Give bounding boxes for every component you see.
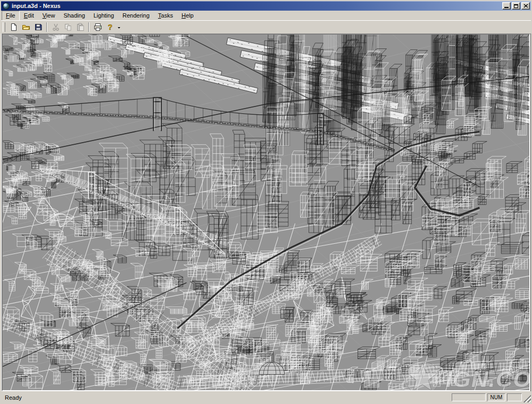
menu-item-help[interactable]: Help [177,11,198,21]
menu-item-tasks[interactable]: Tasks [154,11,177,21]
menu-item-file[interactable]: File [2,11,20,21]
toolbar-options-button[interactable] [116,21,123,33]
application-window: input.a3d - Nexus FileEditViewShadingLig… [0,0,532,404]
toolbar-gripper[interactable] [3,22,5,32]
new-document-icon [10,23,18,31]
minimize-button[interactable] [502,2,511,10]
about-button[interactable]: ? [104,21,116,33]
save-button[interactable] [32,21,44,33]
new-button[interactable] [7,21,20,33]
status-bar: Ready NUM [1,391,531,403]
menu-item-lighting[interactable]: Lighting [89,11,119,21]
cut-button [49,21,62,33]
scroll-lock-pane [507,393,522,401]
dropdown-arrow-icon [116,23,123,31]
copy-button [62,21,74,33]
window-controls [501,2,530,10]
watermark-text: IGN.COM [446,366,529,390]
paste-icon [76,23,85,31]
toolbar-separator [88,22,89,32]
toolbar: ? [1,20,531,34]
open-folder-icon [22,23,30,31]
status-message: Ready [1,394,450,401]
caps-lock-pane [452,393,486,401]
wireframe-scene[interactable]: IGN.COM [3,35,529,390]
copy-icon [64,23,72,31]
resize-grip[interactable] [523,394,531,402]
menu-item-view[interactable]: View [38,11,60,21]
paste-button [74,21,86,33]
save-icon [34,23,43,31]
print-icon [94,23,102,31]
title-bar[interactable]: input.a3d - Nexus [1,1,531,11]
close-button[interactable] [521,2,530,10]
menu-item-shading[interactable]: Shading [59,11,89,21]
close-icon [523,4,528,8]
maximize-icon [514,4,518,8]
num-lock-pane: NUM [487,393,505,401]
menu-bar: FileEditViewShadingLightingRenderingTask… [1,11,531,20]
maximize-button[interactable] [512,2,520,10]
toolbar-separator [46,22,47,32]
help-question-icon: ? [106,23,114,31]
svg-text:?: ? [107,23,112,31]
open-button[interactable] [20,21,32,33]
status-panes: NUM [450,393,522,401]
app-icon [3,3,10,10]
print-button[interactable] [92,21,104,33]
cut-scissors-icon [52,23,60,31]
minimize-icon [504,7,509,8]
menu-item-edit[interactable]: Edit [20,11,38,21]
viewport[interactable]: IGN.COM [2,34,530,391]
window-title: input.a3d - Nexus [12,3,501,9]
menu-item-rendering[interactable]: Rendering [118,11,154,21]
